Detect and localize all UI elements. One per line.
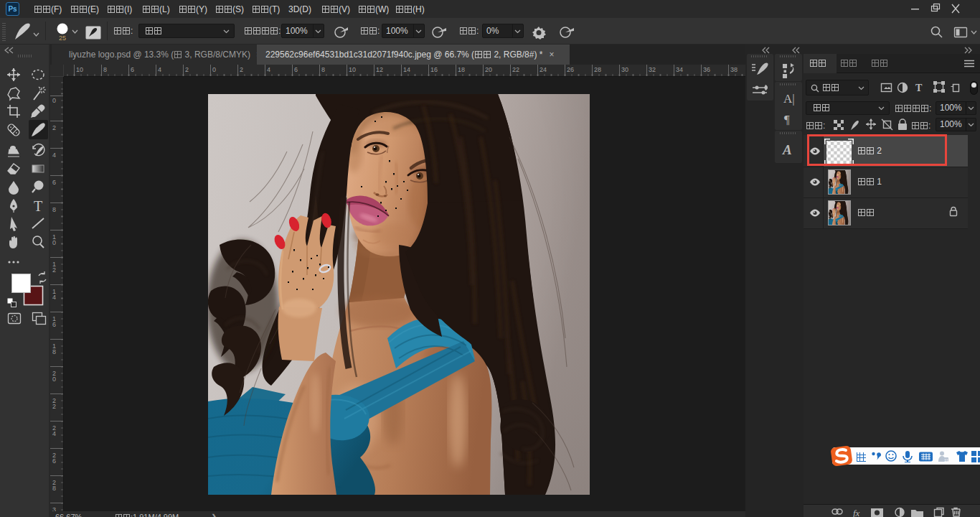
svg-text:25: 25 (59, 34, 66, 42)
svg-text:T: T (34, 198, 42, 214)
svg-text:fx: fx (853, 508, 860, 517)
svg-text:A|: A| (783, 92, 795, 106)
svg-text:11: 11 (944, 458, 948, 462)
svg-text:¶: ¶ (784, 113, 790, 126)
svg-text:A: A (782, 142, 792, 157)
svg-text:T: T (915, 83, 923, 93)
